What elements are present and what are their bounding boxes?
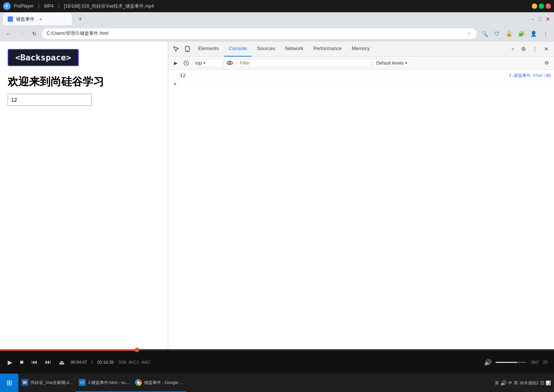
volume-icon[interactable]: 🔊 <box>483 358 493 367</box>
svg-point-5 <box>229 62 231 64</box>
taskbar-icons-extra: 🖼 📊 <box>540 381 551 385</box>
console-context-selector[interactable]: top ▾ <box>193 59 223 67</box>
titlebar-separator2: | <box>58 3 59 9</box>
close-button[interactable] <box>546 3 551 9</box>
prev-button[interactable]: ⏮ <box>30 358 39 366</box>
total-time: 00:16:39 <box>97 360 114 364</box>
keyboard-event-input[interactable] <box>8 94 92 106</box>
console-object-arrow[interactable]: ▶ <box>171 81 177 86</box>
devtools-settings-button[interactable]: ⚙ <box>518 44 529 54</box>
volume-slider[interactable] <box>496 362 526 363</box>
forward-button[interactable]: → <box>16 28 27 39</box>
start-button[interactable]: ⊞ <box>0 374 18 392</box>
browser-tab-active[interactable]: 键盘事件 ✕ <box>3 13 72 25</box>
stop-button[interactable]: ■ <box>18 358 25 366</box>
next-button[interactable]: ⏭ <box>44 358 53 366</box>
browser-window-controls: − □ ✕ <box>530 16 551 22</box>
user-profile-icon[interactable]: 👤 <box>528 28 539 39</box>
play-pause-button[interactable]: ▶ <box>6 358 14 367</box>
address-url: C:/Users/管理/3.键盘事件.html <box>47 30 108 37</box>
browser-tab-bar: 键盘事件 ✕ + − □ ✕ <box>0 12 554 26</box>
tab-memory[interactable]: Memory <box>347 41 374 57</box>
potplayer-titlebar: P PotPlayer | MP4 | [16/168] 016_尚硅谷Vue技… <box>0 0 554 12</box>
address-bar[interactable]: C:/Users/管理/3.键盘事件.html ☆ <box>42 28 477 39</box>
console-clear-button[interactable] <box>182 59 190 67</box>
tab-sources[interactable]: Sources <box>252 41 280 57</box>
default-levels-button[interactable]: Default levels ▾ <box>373 59 411 67</box>
taskbar-right: 英 🔊 中 英 待木成桂2 🖼 📊 <box>495 380 554 386</box>
devtools-panel: Elements Console Sources Network Perform… <box>168 41 554 392</box>
browser-menu-icon[interactable]: ⋮ <box>540 28 551 39</box>
browser-restore[interactable]: □ <box>537 16 543 22</box>
minimize-button[interactable] <box>532 3 537 9</box>
content-area: <Backspace> 欢迎来到尚硅谷学习 <box>0 41 554 392</box>
tab-close-button[interactable]: ✕ <box>37 16 44 22</box>
taskbar-word[interactable]: W 尚硅谷_Vue全家桶.d... <box>18 374 76 392</box>
browser-close[interactable]: ✕ <box>545 16 551 22</box>
console-play-button[interactable]: ▶ <box>171 59 180 67</box>
format-aac: AAC <box>141 360 150 364</box>
backspace-key-display: <Backspace> <box>8 49 79 66</box>
windows-icon: ⊞ <box>6 379 12 387</box>
bookmark-icon[interactable]: ☆ <box>465 30 472 37</box>
format-tags: S/W AVC1 AAC <box>118 360 150 364</box>
devtools-toolbar-right: » ⚙ ⋮ ✕ <box>508 44 552 54</box>
extension-icon[interactable]: 🧩 <box>516 28 526 39</box>
console-value: 12 <box>180 73 507 78</box>
new-tab-button[interactable]: + <box>75 14 86 24</box>
browser-window: 键盘事件 ✕ + − □ ✕ ← → ↻ C:/Users/管理/3.键盘事件.… <box>0 12 554 392</box>
tab-elements[interactable]: Elements <box>193 41 223 57</box>
devtools-inspect-button[interactable] <box>171 44 181 54</box>
console-toolbar: ▶ top ▾ <box>168 57 554 70</box>
taskbar-html-editor[interactable]: VS 3.键盘事件.html - vu... <box>76 374 132 392</box>
taskbar-system-text: 待木成桂2 <box>520 380 539 386</box>
maximize-button[interactable] <box>539 3 544 9</box>
devtools-device-button[interactable] <box>182 44 193 54</box>
devtools-close-button[interactable]: ✕ <box>541 44 552 54</box>
taskbar-lang2: 英 <box>514 380 518 386</box>
taskbar-chrome[interactable]: 键盘事件 - Google ... <box>132 374 186 392</box>
shield-icon[interactable]: 🛡 <box>491 28 502 39</box>
console-context-value: top <box>195 60 202 66</box>
back-button[interactable]: ← <box>3 28 14 39</box>
current-time: 00:04:07 <box>71 360 87 364</box>
tab-network[interactable]: Network <box>281 41 308 57</box>
format-sw: S/W <box>118 360 126 364</box>
console-eye-button[interactable] <box>226 59 234 67</box>
taskbar-ime: 中 <box>508 380 512 386</box>
chevron-down-icon: ▾ <box>203 61 205 65</box>
three-d: 3D <box>543 360 548 364</box>
browser-minimize[interactable]: − <box>530 16 536 22</box>
address-bar-icons: ☆ <box>465 30 472 37</box>
console-settings-button[interactable]: ⚙ <box>543 59 551 67</box>
address-bar-extras: 🔍 🛡 🔒 🧩 👤 ⋮ <box>479 28 551 39</box>
console-source[interactable]: 3.键盘事件.html:86 <box>509 73 551 78</box>
progress-bar[interactable] <box>0 349 554 351</box>
vscode-icon: VS <box>79 379 86 386</box>
search-labs-icon[interactable]: 🔍 <box>479 28 490 39</box>
eject-button[interactable]: ⏏ <box>57 358 66 367</box>
tab-performance[interactable]: Performance <box>309 41 346 57</box>
progress-fill <box>0 349 137 351</box>
taskbar-volume-icon[interactable]: 🔊 <box>500 380 507 386</box>
devtools-more-tabs[interactable]: » <box>508 44 517 54</box>
titlebar-video-title: [16/168] 016_尚硅谷Vue技术_键盘事件.mp4 <box>64 3 154 10</box>
titlebar-controls <box>532 3 551 9</box>
volume-control: 🔊 <box>483 358 526 367</box>
refresh-button[interactable]: ↻ <box>29 28 40 39</box>
tab-console[interactable]: Console <box>224 41 252 57</box>
potplayer-logo: P <box>3 2 11 10</box>
console-entry-12: ▶ 12 3.键盘事件.html:86 <box>168 71 554 80</box>
console-object-row: ▶ <box>168 80 554 87</box>
potplayer-appname: PotPlayer <box>14 3 34 9</box>
tab-favicon <box>8 16 13 22</box>
devtools-customize-button[interactable]: ⋮ <box>530 44 540 54</box>
console-filter-input[interactable] <box>236 59 370 67</box>
player-controls: ▶ ■ ⏮ ⏭ ⏏ 00:04:07 / 00:16:39 S/W AVC1 A… <box>0 349 554 374</box>
address-bar-row: ← → ↻ C:/Users/管理/3.键盘事件.html ☆ 🔍 🛡 🔒 🧩 … <box>0 26 554 41</box>
vpn-icon[interactable]: 🔒 <box>504 28 514 39</box>
taskbar-chrome-label: 键盘事件 - Google ... <box>144 380 183 385</box>
chevron-down-icon-levels: ▾ <box>405 61 407 65</box>
titlebar-file-info: MP4 <box>44 3 54 9</box>
extra-controls: 360° 3D <box>531 360 548 364</box>
